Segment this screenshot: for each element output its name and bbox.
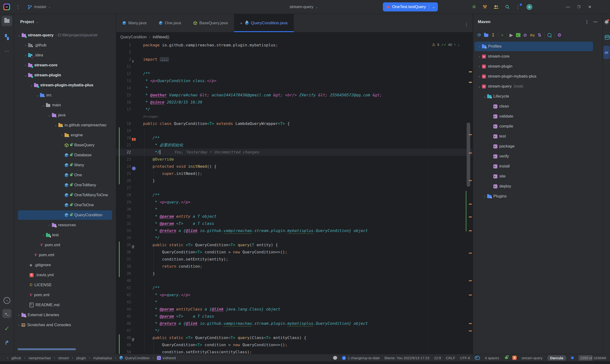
code-line-28[interactable]: 28 /** (116, 192, 473, 199)
maven-toolwindow-button[interactable]: m (603, 46, 610, 59)
warning-stripe-mark[interactable] (469, 217, 472, 218)
offline-icon[interactable]: ⊘ (523, 33, 527, 37)
code-line-34[interactable]: 34 */ (116, 234, 473, 241)
line-number[interactable]: 24 (116, 163, 131, 170)
tree-item-Many[interactable]: Many (14, 160, 116, 170)
code-line-42[interactable]: 42 * <p>query.</p> (116, 291, 473, 299)
tree-item-BaseQuery[interactable]: BaseQuery (14, 140, 116, 150)
code-line-19[interactable]: 19 (116, 127, 473, 134)
line-number[interactable]: 42 (116, 291, 131, 299)
tree-chevron-icon[interactable]: › (477, 44, 482, 48)
line-number[interactable]: 15 (116, 91, 131, 99)
chevron-down-icon[interactable]: ⌄ (431, 5, 437, 9)
github-icon[interactable] (333, 356, 337, 360)
reimport-icon[interactable]: ⟳ (477, 33, 481, 37)
tree-item-engine[interactable]: ›●engine (14, 130, 116, 140)
tree-chevron-icon[interactable]: › (16, 313, 21, 317)
tree-item-pom.xml[interactable]: Vpom.xml (14, 290, 116, 300)
tree-item-.gitignore[interactable]: ◆.gitignore (14, 260, 116, 270)
code-line-21[interactable]: 21 * 必要的初始化 (116, 142, 473, 149)
tree-item-io.github.vampireachao[interactable]: ⌄●io.github.vampireachao (14, 120, 116, 130)
tree-item-resources[interactable]: ›▤resources (14, 220, 116, 230)
tree-chevron-icon[interactable]: › (23, 53, 28, 57)
code-line-36[interactable]: 36 QueryCondition<T> condition = new Que… (116, 249, 473, 256)
problems-toolwindow-button[interactable]: ✓ (2, 323, 12, 334)
git-toolwindow-button[interactable]: ↱ (2, 338, 12, 348)
warning-stripe-mark[interactable] (469, 82, 472, 83)
line-number[interactable]: 17 (116, 106, 131, 113)
code-line-16[interactable]: 16 * @since 2022/8/15 16:39 (116, 99, 473, 106)
code-line-49[interactable]: 49 QueryCondition<T> condition = new Que… (116, 341, 473, 349)
code-line-45[interactable]: 45 * @param <T> a T class (116, 313, 473, 320)
hide-panel-button[interactable]: — (591, 20, 600, 24)
line-number[interactable]: 18 (116, 120, 131, 127)
generate-sources-icon[interactable] (484, 33, 488, 37)
line-number[interactable]: 38 (116, 263, 131, 270)
warning-stripe-mark[interactable] (469, 134, 472, 135)
code-line-26[interactable]: 26 } (116, 177, 473, 184)
code-line-40[interactable]: 40 (116, 277, 473, 284)
tree-item-Profiles[interactable]: ›⚙Profiles (473, 41, 603, 52)
line-number[interactable]: 33 (116, 227, 131, 234)
statusbar-crumb-initNeed[interactable]: ≡initNeed (157, 356, 176, 360)
line-number[interactable]: 50 (116, 349, 131, 354)
tree-item-pom.xml[interactable]: Vpom.xml (14, 240, 116, 250)
statusbar-crumb-stream[interactable]: stream (58, 356, 69, 360)
tree-chevron-icon[interactable]: › (47, 223, 52, 227)
warning-stripe-mark[interactable] (469, 253, 472, 254)
line-number[interactable]: 47 (116, 327, 131, 334)
code-line-47[interactable]: 47 */ (116, 327, 473, 334)
line-number[interactable]: 3 (116, 56, 131, 63)
tree-item-install[interactable]: ▸_install (473, 161, 603, 171)
notification-dot-icon[interactable] (571, 356, 574, 359)
editor-tab-One.java[interactable]: One.java (153, 14, 187, 32)
line-number[interactable]: 21 (116, 142, 131, 149)
users-icon[interactable] (493, 5, 499, 9)
vcs-changes[interactable]: △1 change/up-to-date (342, 356, 380, 360)
editor-tab-Many.java[interactable]: Many.java (116, 14, 153, 32)
tree-chevron-icon[interactable]: ⌄ (23, 73, 28, 77)
code-with-me-icon[interactable]: ⚛ (472, 4, 476, 10)
tree-item-src[interactable]: ⌄‹›src (14, 90, 116, 100)
tree-item-QueryCondition[interactable]: QueryCondition (14, 210, 116, 220)
line-number[interactable]: 44 (116, 306, 131, 313)
indent-widget[interactable]: 4 spaces (485, 356, 499, 360)
code-line-44[interactable]: 44 * @param entityClass a {@link java.la… (116, 306, 473, 313)
tree-item-site[interactable]: ▸_site (473, 171, 603, 181)
line-number[interactable]: 34 (116, 234, 131, 241)
tree-item-External Libraries[interactable]: ›▤External Libraries (14, 310, 116, 320)
line-number[interactable]: 13 (116, 77, 131, 84)
module-widget[interactable]: stream-query (521, 356, 542, 360)
code-line-33[interactable]: 33 * @return a {@link io.github.vampirea… (116, 227, 473, 234)
tree-item-.github[interactable]: ›●.github (14, 40, 116, 50)
line-number[interactable]: 26 (116, 177, 131, 184)
code-line-37[interactable]: 37 condition.setEntity(entity); (116, 256, 473, 263)
notifications-bell-icon[interactable] (605, 20, 608, 23)
line-separator[interactable]: CRLF (446, 356, 455, 360)
search-icon[interactable] (547, 33, 551, 37)
editor-tab-BaseQuery.java[interactable]: BaseQuery.java (187, 14, 234, 32)
code-line-41[interactable]: 41 /** (116, 284, 473, 291)
tree-item-.travis.yml[interactable]: T.travis.yml (14, 270, 116, 280)
tree-chevron-icon[interactable]: ⌄ (477, 84, 482, 88)
line-number[interactable]: 2 (116, 49, 131, 56)
code-line-29[interactable]: 29 * <p>query.</p> (116, 199, 473, 206)
tree-item-Scratches and Consoles[interactable]: ›Scratches and Consoles (14, 320, 116, 330)
tree-item-stream-core[interactable]: ›vstream-core (473, 52, 603, 61)
warning-stripe-mark[interactable] (469, 180, 472, 181)
tree-chevron-icon[interactable]: ⌄ (29, 83, 34, 87)
tree-item-Plugins[interactable]: ›⚙Plugins (473, 191, 603, 201)
commit-toolwindow-button[interactable]: ▚ (2, 32, 12, 42)
tree-item-package[interactable]: ▸_package (473, 141, 603, 151)
build-tools-icon[interactable]: ⚒ (483, 4, 487, 10)
minimize-button[interactable]: — (562, 4, 573, 9)
tree-chevron-icon[interactable]: ⌄ (53, 123, 58, 127)
restore-button[interactable]: ❐ (573, 5, 584, 9)
tree-item-verify[interactable]: ▸_verify (473, 151, 603, 161)
tree-chevron-icon[interactable]: ⌄ (16, 33, 22, 37)
tree-item-.idea[interactable]: ›.idea (14, 50, 116, 60)
statusbar-crumb-github[interactable]: github (12, 356, 21, 360)
run-configuration-button[interactable]: OneTest.testQuery ⌄ (383, 2, 438, 12)
project-panel-title[interactable]: Project (20, 20, 34, 24)
breadcrumb-class[interactable]: QueryCondition (120, 35, 147, 39)
